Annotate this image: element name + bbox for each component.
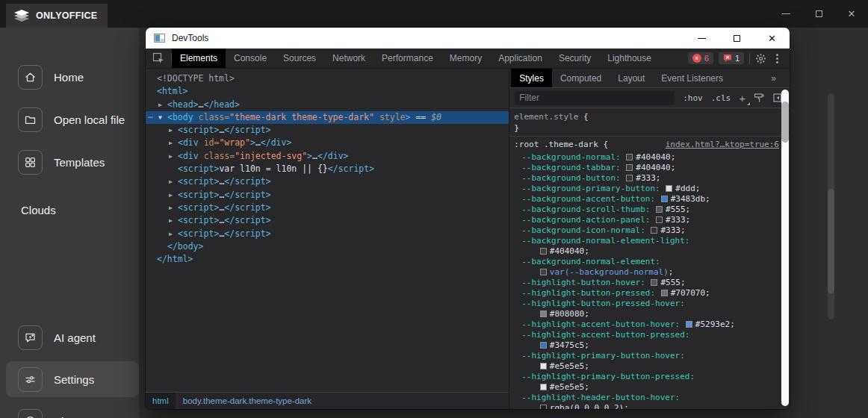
- devtools-settings-icon[interactable]: [755, 53, 766, 64]
- dom-tree-node[interactable]: ▶<script>…</script>: [146, 175, 509, 188]
- toggle-element-classes[interactable]: .cls: [711, 93, 731, 103]
- dom-tree-node[interactable]: </html>: [146, 253, 509, 266]
- dom-tree-node[interactable]: <script>var l10n = l10n || {}</script>: [146, 163, 509, 175]
- color-swatch[interactable]: [661, 290, 668, 296]
- styles-tab-event-listeners[interactable]: Event Listeners: [653, 69, 731, 87]
- css-property[interactable]: --highlight-button-hover: #555;: [509, 278, 790, 288]
- breadcrumb-html[interactable]: html: [146, 393, 176, 409]
- rule-source-link[interactable]: index.html?…ktop=true:6: [666, 139, 779, 151]
- color-swatch[interactable]: [651, 227, 657, 234]
- css-property[interactable]: --background-icon-normal: #333;: [509, 225, 790, 236]
- dom-tree-node[interactable]: ▶<script>…</script>: [146, 228, 509, 240]
- css-property[interactable]: --highlight-primary-button-hover:: [509, 351, 790, 361]
- css-property[interactable]: --highlight-button-pressed-hover:: [509, 299, 790, 309]
- css-property-value[interactable]: #808080;: [509, 309, 790, 319]
- expand-arrow-icon[interactable]: ▶: [169, 189, 173, 202]
- devtools-tab-elements[interactable]: Elements: [172, 49, 226, 68]
- styles-scrollbar-thumb[interactable]: [781, 102, 789, 143]
- color-swatch[interactable]: [626, 164, 633, 171]
- sidebar-item-about[interactable]: About: [0, 403, 139, 418]
- styles-tab-styles[interactable]: Styles: [511, 69, 552, 87]
- color-swatch[interactable]: [666, 185, 672, 192]
- css-property[interactable]: --background-button: #333;: [509, 173, 790, 184]
- css-property[interactable]: --background-tabbar: #404040;: [509, 163, 790, 173]
- dom-tree-node[interactable]: ▶<script>…</script>: [146, 202, 509, 214]
- devtools-tab-application[interactable]: Application: [490, 49, 551, 68]
- expand-arrow-icon[interactable]: ▶: [158, 99, 162, 111]
- dom-tree-node[interactable]: ▶<script>…</script>: [146, 214, 509, 227]
- node-menu-dots[interactable]: …: [148, 109, 154, 122]
- dom-tree-node[interactable]: ▶<div class="injected-svg">…</div>: [146, 150, 509, 163]
- dom-tree-node[interactable]: ▶<div id="wrap">…</div>: [146, 137, 509, 149]
- color-swatch[interactable]: [626, 154, 633, 160]
- color-swatch[interactable]: [540, 342, 547, 349]
- expand-arrow-icon[interactable]: ▶: [169, 150, 173, 163]
- issues-badge[interactable]: 1: [719, 52, 744, 64]
- devtools-tab-memory[interactable]: Memory: [441, 49, 490, 68]
- css-property-value[interactable]: #404040;: [509, 246, 790, 257]
- minimize-button[interactable]: [769, 0, 802, 28]
- devtools-tab-lighthouse[interactable]: Lighthouse: [599, 49, 660, 68]
- styles-scrollbar-track[interactable]: [781, 90, 789, 406]
- toggle-hover-state[interactable]: :hov: [683, 93, 703, 103]
- css-property-value[interactable]: rgba(0,0,0,0.2);: [509, 403, 790, 409]
- sidebar-item-templates[interactable]: Templates: [0, 144, 139, 180]
- color-swatch[interactable]: [656, 216, 663, 223]
- devtools-maximize-button[interactable]: [719, 28, 754, 49]
- css-property[interactable]: --background-normal: #404040;: [509, 152, 790, 163]
- css-property[interactable]: --highlight-accent-button-hover: #5293e2…: [509, 319, 790, 330]
- dom-tree-node[interactable]: </body>: [146, 240, 509, 253]
- devtools-tab-security[interactable]: Security: [551, 49, 599, 68]
- color-swatch[interactable]: [540, 269, 547, 275]
- color-swatch[interactable]: [651, 279, 657, 286]
- app-scrollbar-thumb[interactable]: [828, 189, 834, 293]
- paint-roller-icon[interactable]: [754, 93, 765, 103]
- expand-arrow-icon[interactable]: ▶: [169, 202, 173, 214]
- css-property[interactable]: --background-scroll-thumb: #555;: [509, 205, 790, 215]
- devtools-tab-network[interactable]: Network: [324, 49, 373, 68]
- expand-arrow-icon[interactable]: ▶: [169, 228, 173, 240]
- maximize-button[interactable]: [802, 0, 835, 28]
- color-swatch[interactable]: [661, 196, 668, 202]
- css-property[interactable]: --background-primary-button: #ddd;: [509, 184, 790, 194]
- dom-tree-node[interactable]: <!DOCTYPE html>: [146, 72, 509, 85]
- color-swatch[interactable]: [540, 405, 547, 409]
- devtools-tab-sources[interactable]: Sources: [275, 49, 324, 68]
- css-property[interactable]: --highlight-button-pressed: #707070;: [509, 288, 790, 299]
- new-style-rule-button[interactable]: +: [739, 93, 745, 104]
- css-property[interactable]: --highlight-accent-button-pressed:: [509, 330, 790, 340]
- expand-arrow-icon[interactable]: ▶: [169, 214, 173, 227]
- color-swatch[interactable]: [656, 206, 663, 213]
- breadcrumb-body[interactable]: body.theme-dark.theme-type-dark: [176, 396, 319, 405]
- styles-tab-computed[interactable]: Computed: [552, 69, 610, 87]
- css-property[interactable]: --highlight-header-button-hover:: [509, 393, 790, 403]
- styles-filter-input[interactable]: [515, 91, 675, 105]
- css-property[interactable]: --background-normal-element-light:: [509, 236, 790, 246]
- dom-tree-node[interactable]: <html>: [146, 85, 509, 98]
- color-swatch[interactable]: [540, 311, 547, 317]
- dom-tree-node[interactable]: …▼<body class="theme-dark theme-type-dar…: [146, 111, 509, 124]
- css-property-value[interactable]: #3475c5;: [509, 340, 790, 351]
- collapse-arrow-icon[interactable]: ▼: [158, 111, 162, 124]
- more-options-icon[interactable]: [772, 54, 783, 63]
- color-swatch[interactable]: [540, 384, 547, 390]
- devtools-minimize-button[interactable]: [684, 28, 719, 49]
- close-button[interactable]: ✕: [835, 0, 868, 28]
- color-swatch[interactable]: [540, 248, 547, 255]
- expand-arrow-icon[interactable]: ▶: [169, 175, 173, 188]
- inspect-element-icon[interactable]: [146, 49, 171, 68]
- css-property[interactable]: --highlight-primary-button-pressed:: [509, 372, 790, 382]
- color-swatch[interactable]: [626, 175, 633, 181]
- css-property-value[interactable]: #e5e5e5;: [509, 382, 790, 393]
- css-property-value[interactable]: #e5e5e5;: [509, 361, 790, 372]
- rule-selector[interactable]: :root .theme-dark {: [514, 139, 608, 151]
- devtools-close-button[interactable]: ✕: [754, 28, 790, 49]
- css-property[interactable]: --background-accent-button: #3483db;: [509, 194, 790, 205]
- css-property[interactable]: --background-normal-element:: [509, 257, 790, 267]
- element-style-rule[interactable]: element.style { }: [509, 108, 790, 137]
- styles-tab-layout[interactable]: Layout: [610, 69, 653, 87]
- more-tabs-icon[interactable]: »: [771, 69, 790, 87]
- app-scrollbar-track[interactable]: [828, 93, 834, 319]
- sidebar-item-ai-agent[interactable]: AI agent: [0, 319, 139, 355]
- expand-arrow-icon[interactable]: ▶: [169, 124, 173, 137]
